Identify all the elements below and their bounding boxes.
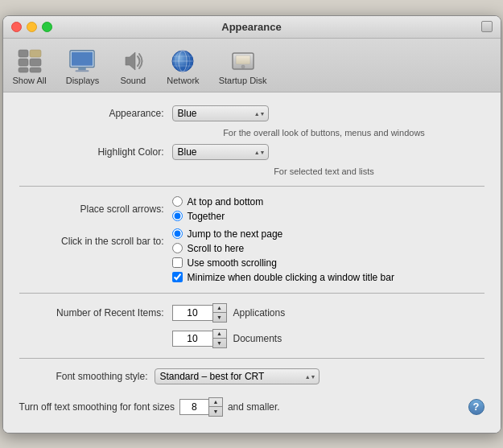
svg-rect-8 [79, 67, 86, 70]
scroll-click-row: Click in the scroll bar to: Jump to the … [19, 228, 484, 254]
scroll-click-radio-scroll-here[interactable] [172, 243, 183, 253]
resize-button[interactable] [481, 21, 493, 32]
svg-rect-3 [30, 59, 41, 66]
highlight-select-wrapper: Blue Graphite Silver [172, 144, 269, 160]
appearance-label: Appearance: [19, 108, 164, 119]
toolbar: Show All Displays [3, 39, 501, 92]
scroll-click-option-next-page[interactable]: Jump to the next page [172, 228, 283, 240]
divider-3 [19, 358, 484, 359]
applications-unit-label: Applications [233, 307, 286, 319]
svg-rect-7 [72, 51, 93, 65]
documents-stepper: ▲ ▼ [172, 329, 227, 348]
font-smoothing-select-wrapper: Automatic – best for main display Standa… [155, 368, 320, 384]
close-button[interactable] [11, 22, 22, 32]
minimize-double-click-label: Minimize when double clicking a window t… [188, 272, 394, 283]
appearance-hint: For the overall look of buttons, menus a… [164, 128, 484, 138]
font-size-arrows: ▲ ▼ [208, 397, 223, 417]
recent-items-documents-row: ▲ ▼ Documents [172, 329, 484, 348]
font-size-prefix: Turn off text smoothing for font sizes [19, 401, 175, 413]
svg-rect-2 [30, 50, 41, 57]
highlight-color-select[interactable]: Blue Graphite Silver [172, 144, 269, 160]
disk-icon [230, 48, 256, 74]
help-button[interactable]: ? [468, 399, 484, 415]
toolbar-item-network[interactable]: Network [157, 45, 208, 88]
documents-decrement[interactable]: ▼ [213, 339, 226, 347]
scroll-arrows-label: Place scroll arrows: [19, 203, 164, 215]
minimize-double-click-row: Minimize when double clicking a window t… [172, 272, 484, 283]
font-smoothing-label: Font smoothing style: [19, 371, 148, 382]
scroll-arrows-options: At top and bottom Together [172, 196, 264, 222]
network-label: Network [167, 76, 199, 85]
scroll-arrows-label-together: Together [188, 211, 225, 222]
divider-1 [19, 186, 484, 187]
highlight-color-label: Highlight Color: [19, 146, 164, 158]
divider-2 [19, 293, 484, 294]
scroll-click-label-next-page: Jump to the next page [188, 228, 283, 240]
appearance-select[interactable]: Blue Graphite [172, 105, 269, 121]
sound-icon [120, 48, 146, 74]
grid-icon [17, 48, 43, 74]
applications-input[interactable] [172, 305, 212, 321]
documents-unit-label: Documents [233, 333, 282, 344]
svg-rect-5 [30, 68, 41, 72]
svg-rect-0 [19, 50, 28, 57]
scroll-arrows-radio-together[interactable] [172, 211, 183, 221]
scroll-click-label: Click in the scroll bar to: [19, 236, 164, 247]
main-content: Appearance: Blue Graphite For the overal… [3, 92, 501, 433]
smooth-scrolling-checkbox[interactable] [172, 257, 183, 268]
font-size-suffix: and smaller. [228, 401, 280, 413]
displays-label: Displays [66, 76, 100, 85]
main-window: Appearance Show All [2, 15, 501, 434]
scroll-click-label-scroll-here: Scroll to here [188, 243, 245, 254]
documents-input[interactable] [172, 331, 212, 347]
documents-increment[interactable]: ▲ [213, 330, 226, 339]
scroll-click-radio-next-page[interactable] [172, 228, 183, 239]
smooth-scrolling-label: Use smooth scrolling [188, 257, 277, 269]
applications-decrement[interactable]: ▼ [213, 313, 226, 322]
font-smoothing-select[interactable]: Automatic – best for main display Standa… [155, 368, 320, 384]
applications-stepper: ▲ ▼ [172, 303, 227, 323]
appearance-select-wrapper: Blue Graphite [172, 105, 269, 121]
font-size-row: Turn off text smoothing for font sizes ▲… [19, 391, 484, 420]
highlight-color-row: Highlight Color: Blue Graphite Silver [19, 144, 484, 160]
highlight-hint: For selected text and lists [164, 166, 484, 176]
toolbar-item-startup-disk[interactable]: Startup Disk [209, 45, 277, 88]
svg-rect-4 [19, 68, 28, 72]
scroll-arrows-label-top-bottom: At top and bottom [188, 196, 264, 208]
display-icon [69, 48, 95, 74]
recent-items-applications-row: Number of Recent Items: ▲ ▼ Applications [19, 303, 484, 323]
minimize-double-click-checkbox[interactable] [172, 272, 183, 282]
scroll-click-options: Jump to the next page Scroll to here [172, 228, 283, 254]
window-title: Appearance [221, 21, 281, 33]
toolbar-item-sound[interactable]: Sound [109, 45, 157, 88]
traffic-lights [11, 22, 52, 32]
toolbar-item-displays[interactable]: Displays [56, 45, 109, 88]
svg-rect-1 [19, 59, 28, 66]
font-size-input[interactable] [179, 399, 208, 415]
svg-point-18 [241, 65, 245, 68]
show-all-label: Show All [13, 76, 47, 85]
font-size-increment[interactable]: ▲ [209, 398, 222, 407]
documents-arrows: ▲ ▼ [212, 329, 227, 348]
toolbar-item-show-all[interactable]: Show All [3, 45, 56, 88]
scroll-click-option-scroll-here[interactable]: Scroll to here [172, 243, 283, 254]
maximize-button[interactable] [42, 22, 52, 32]
font-size-stepper: ▲ ▼ [179, 397, 223, 417]
svg-rect-17 [236, 55, 250, 64]
sound-label: Sound [120, 76, 146, 85]
applications-arrows: ▲ ▼ [212, 303, 227, 323]
font-size-decrement[interactable]: ▼ [209, 407, 222, 416]
appearance-row: Appearance: Blue Graphite [19, 105, 484, 121]
svg-rect-9 [76, 70, 89, 72]
applications-increment[interactable]: ▲ [213, 304, 226, 313]
scroll-arrows-row: Place scroll arrows: At top and bottom T… [19, 196, 484, 222]
font-smoothing-row: Font smoothing style: Automatic – best f… [19, 368, 484, 384]
scroll-arrows-radio-top-bottom[interactable] [172, 196, 183, 207]
recent-items-label: Number of Recent Items: [19, 307, 164, 319]
scroll-arrows-option-together[interactable]: Together [172, 211, 264, 222]
title-bar: Appearance [3, 16, 501, 39]
startup-disk-label: Startup Disk [219, 76, 267, 85]
scroll-arrows-option-top-bottom[interactable]: At top and bottom [172, 196, 264, 208]
smooth-scrolling-row: Use smooth scrolling [172, 257, 484, 269]
minimize-button[interactable] [27, 22, 37, 32]
